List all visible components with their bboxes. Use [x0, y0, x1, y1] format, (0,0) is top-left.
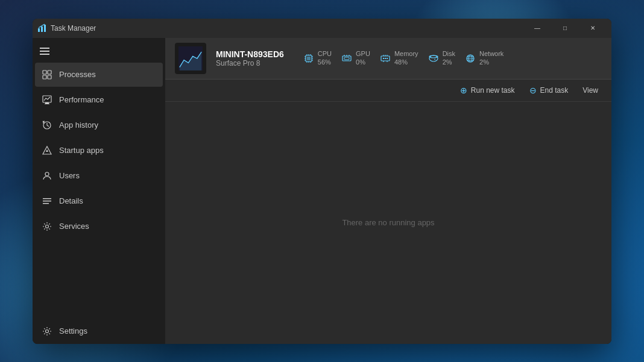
svg-rect-15: [43, 198, 51, 199]
svg-point-50: [429, 55, 438, 61]
svg-rect-23: [307, 57, 311, 60]
view-label: View: [582, 86, 598, 95]
sidebar-item-services[interactable]: Services: [35, 214, 163, 239]
close-button[interactable]: ✕: [579, 19, 607, 38]
sidebar-item-label-details: Details: [59, 196, 83, 205]
memory-label: Memory: [394, 50, 418, 58]
gpu-label: GPU: [356, 50, 370, 58]
memory-icon: [380, 53, 391, 64]
titlebar-controls: — □ ✕: [523, 19, 607, 38]
network-label: Network: [479, 50, 504, 58]
task-manager-window: Task Manager — □ ✕: [33, 19, 611, 344]
svg-rect-7: [48, 70, 51, 74]
performance-icon: [42, 95, 52, 105]
metric-memory: Memory 48%: [380, 50, 418, 66]
metric-cpu: CPU 56%: [303, 50, 332, 66]
svg-rect-42: [383, 58, 384, 59]
empty-message: There are no running apps: [342, 218, 434, 227]
svg-rect-6: [43, 70, 46, 74]
metric-disk: Disk 2%: [428, 50, 455, 66]
svg-rect-17: [43, 203, 49, 204]
cpu-label-group: CPU 56%: [318, 50, 332, 66]
memory-label-group: Memory 48%: [394, 50, 418, 66]
sidebar-item-processes[interactable]: Processes: [35, 63, 163, 87]
cpu-value: 56%: [318, 58, 332, 66]
app-icon: [37, 23, 47, 33]
svg-rect-1: [41, 27, 43, 32]
machine-icon: [175, 43, 206, 74]
users-icon: [42, 171, 52, 181]
titlebar: Task Manager — □ ✕: [33, 19, 611, 38]
end-task-label: End task: [540, 86, 569, 95]
network-value: 2%: [479, 58, 504, 66]
svg-rect-3: [40, 48, 49, 49]
processes-icon: [42, 70, 52, 80]
metric-network: Network 2%: [465, 50, 504, 66]
machine-info: MININT-N893ED6 Surface Pro 8: [216, 49, 284, 67]
sidebar-item-performance[interactable]: Performance: [35, 88, 163, 112]
svg-rect-16: [43, 201, 51, 202]
svg-rect-5: [40, 54, 49, 55]
hamburger-button[interactable]: [33, 40, 165, 62]
sidebar-item-startup-apps[interactable]: Startup apps: [35, 139, 163, 163]
svg-rect-43: [385, 58, 386, 59]
sidebar-item-label-users: Users: [59, 171, 80, 180]
run-new-task-button[interactable]: ⊕ Run new task: [454, 83, 521, 98]
svg-rect-11: [45, 102, 49, 104]
svg-rect-4: [40, 51, 49, 52]
sidebar-item-settings[interactable]: Settings: [35, 319, 163, 343]
cpu-icon: [303, 53, 314, 64]
run-new-task-icon: ⊕: [460, 86, 467, 95]
svg-rect-44: [387, 58, 388, 59]
svg-rect-8: [43, 75, 46, 79]
services-icon: [42, 222, 52, 231]
svg-point-18: [46, 225, 49, 228]
end-task-icon: ⊖: [529, 86, 537, 95]
svg-rect-37: [344, 57, 349, 60]
end-task-button[interactable]: ⊖ End task: [523, 83, 575, 98]
svg-rect-12: [45, 104, 49, 104]
machine-model: Surface Pro 8: [216, 59, 284, 67]
titlebar-title: Task Manager: [51, 24, 523, 33]
sidebar-item-label-performance: Performance: [59, 95, 104, 104]
sidebar-item-app-history[interactable]: App history: [35, 113, 163, 137]
sidebar-item-label-settings: Settings: [59, 326, 87, 335]
machine-name: MININT-N893ED6: [216, 49, 284, 59]
details-icon: [42, 196, 52, 206]
sidebar-item-label-app-history: App history: [59, 120, 98, 130]
network-label-group: Network 2%: [479, 50, 504, 66]
gpu-value: 0%: [356, 58, 370, 66]
svg-point-14: [45, 172, 49, 176]
disk-value: 2%: [443, 58, 455, 66]
svg-point-19: [46, 329, 49, 332]
sidebar-item-users[interactable]: Users: [35, 164, 163, 188]
app-history-icon: [42, 120, 52, 130]
content-area: There are no running apps: [165, 102, 611, 344]
svg-rect-2: [44, 25, 46, 32]
disk-label: Disk: [443, 50, 455, 58]
hamburger-icon: [40, 46, 49, 56]
disk-icon: [428, 53, 439, 64]
sidebar-item-details[interactable]: Details: [35, 189, 163, 213]
svg-rect-0: [38, 28, 40, 32]
run-new-task-label: Run new task: [471, 86, 515, 95]
metric-gpu: GPU 0%: [341, 50, 370, 66]
svg-point-52: [434, 58, 435, 60]
sidebar: Processes Performance: [33, 38, 165, 344]
machine-header: MININT-N893ED6 Surface Pro 8: [165, 38, 611, 80]
gpu-label-group: GPU 0%: [356, 50, 370, 66]
gpu-icon: [341, 53, 352, 64]
sidebar-item-label-startup-apps: Startup apps: [59, 146, 104, 155]
minimize-button[interactable]: —: [523, 19, 551, 38]
startup-apps-icon: [42, 146, 52, 155]
network-icon: [465, 53, 476, 64]
settings-icon: [42, 326, 52, 336]
svg-rect-9: [48, 75, 51, 79]
toolbar: ⊕ Run new task ⊖ End task View: [165, 80, 611, 102]
right-panel: MININT-N893ED6 Surface Pro 8: [165, 38, 611, 344]
metrics-bar: CPU 56%: [303, 50, 504, 66]
svg-rect-36: [343, 56, 351, 61]
maximize-button[interactable]: □: [551, 19, 579, 38]
view-button[interactable]: View: [576, 84, 604, 97]
disk-label-group: Disk 2%: [443, 50, 455, 66]
